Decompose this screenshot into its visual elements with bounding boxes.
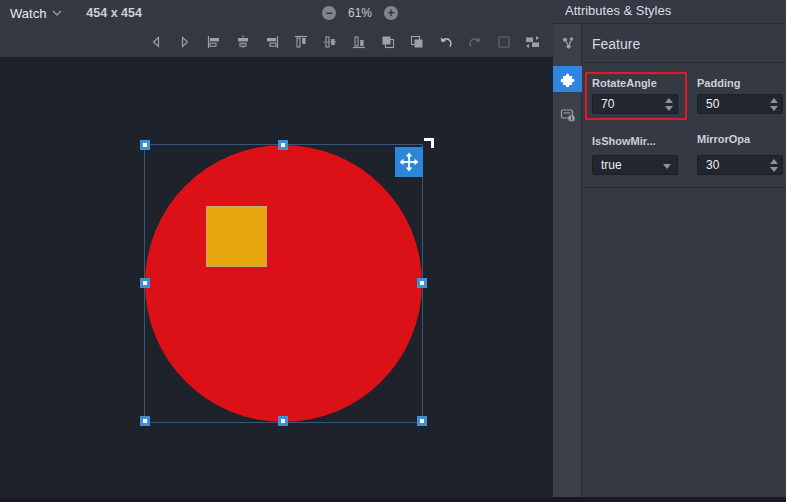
feature-section: Feature RotateAngle 70 Padding 50 IsShow… <box>582 24 786 502</box>
mirror-opacity-input[interactable]: 30 <box>697 155 783 175</box>
workspace: Watch 454 x 454 − 61% + <box>0 0 553 502</box>
divider <box>582 187 786 188</box>
undo-icon <box>438 34 454 50</box>
align-middle-vertical-button[interactable] <box>321 33 338 50</box>
stepper-down-icon <box>770 167 778 172</box>
align-bottom-icon <box>351 34 367 50</box>
section-title: Feature <box>592 36 640 52</box>
transform-button[interactable] <box>524 33 541 50</box>
selection-corner-marker <box>424 138 434 148</box>
send-backward-icon <box>409 34 425 50</box>
move-icon <box>399 152 419 172</box>
align-left-icon <box>206 34 222 50</box>
bottom-edge <box>0 497 786 502</box>
panel-tab-strip <box>553 24 582 502</box>
selection-handle-bottom-left[interactable] <box>140 416 150 426</box>
canvas-size-label: 454 x 454 <box>86 6 142 20</box>
transform-icon <box>524 34 541 50</box>
zoom-out-button[interactable]: − <box>322 6 336 20</box>
red-circle-shape[interactable] <box>145 145 422 422</box>
align-center-horizontal-icon <box>235 34 251 50</box>
padding-input[interactable]: 50 <box>697 94 783 114</box>
align-top-icon <box>293 34 309 50</box>
rotate-angle-input[interactable]: 70 <box>592 94 678 114</box>
stepper-up-icon <box>665 98 673 103</box>
align-middle-vertical-icon <box>322 34 338 50</box>
selection-handle-top-center[interactable] <box>278 140 288 150</box>
forward-button[interactable] <box>176 33 193 50</box>
yellow-square-shape[interactable] <box>206 206 267 267</box>
align-left-button[interactable] <box>205 33 222 50</box>
forward-icon <box>177 34 193 50</box>
selection-handle-top-left[interactable] <box>140 140 150 150</box>
padding-value: 50 <box>706 97 719 111</box>
tab-feature-selected[interactable] <box>553 66 582 92</box>
selection-handle-middle-right[interactable] <box>417 278 427 288</box>
align-right-button[interactable] <box>263 33 280 50</box>
puzzle-icon <box>560 72 575 87</box>
attributes-panel: Attributes & Styles <box>553 0 786 502</box>
app-root: Watch 454 x 454 − 61% + <box>0 0 786 502</box>
padding-label: Padding <box>697 77 740 89</box>
align-bottom-button[interactable] <box>350 33 367 50</box>
zoom-in-button[interactable]: + <box>384 6 398 20</box>
padding-stepper[interactable] <box>770 95 778 113</box>
mirror-opacity-label: MirrorOpa <box>697 133 750 145</box>
panel-body: Feature RotateAngle 70 Padding 50 IsShow… <box>553 24 786 502</box>
mirror-opacity-stepper[interactable] <box>770 156 778 174</box>
is-show-mirror-label: IsShowMir... <box>592 135 656 147</box>
rotate-angle-stepper[interactable] <box>665 95 673 113</box>
rotate-angle-label: RotateAngle <box>592 77 657 89</box>
chevron-down-icon <box>52 10 62 16</box>
selection-handle-middle-left[interactable] <box>140 278 150 288</box>
selection-box-button[interactable] <box>495 33 512 50</box>
tab-card-info[interactable] <box>553 102 582 128</box>
align-center-horizontal-button[interactable] <box>234 33 251 50</box>
bring-forward-icon <box>380 34 396 50</box>
device-dropdown[interactable]: Watch <box>10 6 62 21</box>
stepper-down-icon <box>770 106 778 111</box>
move-tool-button[interactable] <box>395 147 423 177</box>
redo-button[interactable] <box>466 33 483 50</box>
align-top-button[interactable] <box>292 33 309 50</box>
users-icon <box>560 35 576 51</box>
divider <box>582 62 786 63</box>
topbar-row: Watch 454 x 454 − 61% + <box>0 0 553 26</box>
design-canvas[interactable] <box>0 57 553 502</box>
dropdown-caret-icon <box>663 164 671 169</box>
tab-users[interactable] <box>553 30 582 56</box>
mirror-opacity-value: 30 <box>706 158 719 172</box>
zoom-level: 61% <box>346 6 374 20</box>
stepper-down-icon <box>665 106 673 111</box>
back-icon <box>148 34 164 50</box>
selection-handle-bottom-center[interactable] <box>278 416 288 426</box>
is-show-mirror-value: true <box>601 158 622 172</box>
back-button[interactable] <box>147 33 164 50</box>
card-info-icon <box>560 107 576 123</box>
send-backward-button[interactable] <box>408 33 425 50</box>
stepper-up-icon <box>770 159 778 164</box>
is-show-mirror-dropdown[interactable]: true <box>592 155 678 175</box>
selection-handle-bottom-right[interactable] <box>417 416 427 426</box>
bring-forward-button[interactable] <box>379 33 396 50</box>
undo-button[interactable] <box>437 33 454 50</box>
topbar: Watch 454 x 454 − 61% + <box>0 0 553 57</box>
panel-title: Attributes & Styles <box>553 0 786 24</box>
align-right-icon <box>264 34 280 50</box>
toolbar <box>0 26 553 57</box>
redo-icon <box>467 34 483 50</box>
selection-box-icon <box>496 34 512 50</box>
device-dropdown-label: Watch <box>10 6 46 21</box>
stepper-up-icon <box>770 98 778 103</box>
rotate-angle-value: 70 <box>601 97 614 111</box>
zoom-controls: − 61% + <box>322 0 398 26</box>
